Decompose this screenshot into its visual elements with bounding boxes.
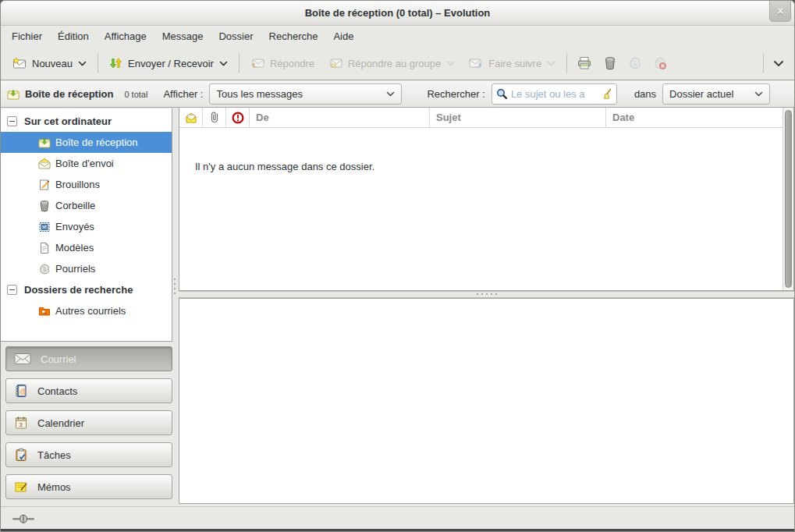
empty-folder-message: Il n'y a aucun message dans ce dossier. [195, 161, 793, 172]
chevron-down-icon [754, 91, 763, 97]
send-receive-button[interactable]: Envoyer / Recevoir [102, 52, 235, 74]
column-status[interactable] [179, 108, 203, 127]
toolbar-separator [98, 53, 98, 73]
message-list: De Sujet Date Il n'y a aucun message dan… [179, 108, 794, 291]
close-button[interactable]: × [769, 1, 791, 22]
print-icon [577, 56, 592, 70]
preview-pane [179, 298, 794, 504]
column-subject[interactable]: Sujet [430, 108, 606, 127]
sidebar-item-templates[interactable]: Modèles [1, 237, 172, 258]
new-button-label: Nouveau [32, 58, 73, 69]
evolution-window: Boîte de réception (0 total) – Evolution… [0, 0, 795, 532]
menu-dossier[interactable]: Dossier [211, 27, 261, 46]
menu-message[interactable]: Message [154, 27, 211, 46]
switcher-calendar-button[interactable]: 3 Calendrier [5, 410, 172, 435]
sidebar-item-other-mail[interactable]: Autres courriels [1, 300, 172, 321]
show-filter-value: Tous les messages [216, 88, 303, 100]
menu-fichier[interactable]: Fichier [4, 27, 50, 46]
sidebar-item-label: Pourriels [55, 263, 95, 275]
switcher-button-label: Tâches [37, 449, 71, 461]
switcher-contacts-button[interactable]: @ Contacts [5, 378, 172, 403]
sidebar-item-label: Envoyés [55, 221, 94, 232]
inbox-icon [7, 88, 20, 101]
chevron-down-icon [547, 61, 555, 66]
sidebar-item-outbox[interactable]: Boîte d'envoi [1, 153, 172, 174]
mail-icon [14, 353, 31, 365]
sidebar-item-drafts[interactable]: Brouillons [1, 174, 172, 195]
toolbar-overflow-button[interactable] [768, 55, 790, 72]
current-folder-label: Boîte de réception [25, 88, 113, 100]
menu-recherche[interactable]: Recherche [261, 27, 326, 46]
sidebar-item-inbox[interactable]: Boîte de réception [1, 132, 172, 153]
calendar-icon: 3 [14, 416, 28, 430]
svg-text:3: 3 [19, 421, 23, 428]
switcher-button-label: Contacts [37, 385, 77, 397]
new-mail-icon [12, 57, 27, 69]
column-priority[interactable] [226, 108, 250, 127]
message-list-scrollbar[interactable] [783, 108, 793, 290]
sidebar-item-sent[interactable]: Envoyés [1, 216, 172, 237]
search-input[interactable] [511, 88, 601, 100]
sidebar-item-junk[interactable]: Pourriels [1, 258, 172, 279]
menu-affichage[interactable]: Affichage [97, 27, 154, 46]
folder-bar: Boîte de réception 0 total Afficher : To… [1, 81, 794, 108]
open-mail-icon [185, 112, 197, 123]
preview-splitter[interactable] [179, 291, 794, 298]
not-junk-button [648, 51, 673, 75]
print-button[interactable] [571, 51, 598, 75]
folder-tree: Sur cet ordinateur Boîte de réception Bo… [1, 108, 172, 342]
search-box [492, 83, 617, 105]
menu-aide[interactable]: Aide [325, 27, 361, 46]
delete-button[interactable] [598, 51, 623, 75]
window-title: Boîte de réception (0 total) – Evolution [1, 7, 794, 19]
tree-group-search-folders[interactable]: Dossiers de recherche [1, 279, 172, 300]
chevron-down-icon [446, 61, 455, 66]
column-attachment[interactable] [203, 108, 226, 127]
tree-group-on-this-computer[interactable]: Sur cet ordinateur [1, 111, 172, 132]
junk-icon [628, 56, 642, 70]
show-filter-dropdown[interactable]: Tous les messages [209, 83, 402, 105]
forward-icon [469, 57, 483, 69]
clear-search-icon[interactable] [601, 88, 612, 100]
send-receive-icon [109, 57, 122, 69]
sidebar-item-label: Autres courriels [55, 305, 126, 317]
forward-button: Faire suivre [462, 52, 563, 74]
online-status-icon[interactable] [12, 512, 35, 525]
sidebar-item-label: Boîte de réception [55, 137, 138, 148]
switcher-button-label: Mémos [37, 481, 71, 493]
search-scope-value: Dossier actuel [669, 88, 733, 100]
switcher-mail-button[interactable]: Courriel [5, 346, 172, 371]
paperclip-icon [210, 111, 219, 124]
trash-icon [603, 56, 617, 70]
new-button[interactable]: Nouveau [5, 52, 94, 74]
sidebar-item-label: Brouillons [55, 179, 100, 190]
contacts-icon: @ [14, 384, 28, 398]
sidebar-splitter[interactable] [172, 108, 179, 506]
message-list-header: De Sujet Date [179, 108, 793, 128]
priority-icon [232, 112, 244, 124]
sent-icon [38, 221, 51, 233]
search-scope-dropdown[interactable]: Dossier actuel [662, 83, 770, 105]
switcher-memos-button[interactable]: Mémos [5, 474, 172, 499]
column-label: Sujet [436, 112, 461, 123]
column-date[interactable]: Date [606, 108, 773, 127]
column-from[interactable]: De [250, 108, 430, 127]
in-label: dans [634, 88, 656, 100]
sidebar-item-trash[interactable]: Corbeille [1, 195, 172, 216]
reply-group-button: Répondre au groupe [321, 52, 462, 74]
chevron-down-icon [78, 61, 87, 66]
junk-icon [38, 263, 51, 275]
scrollbar-thumb[interactable] [785, 110, 792, 288]
menu-edition[interactable]: Édition [50, 27, 97, 46]
window-bottom-edge [1, 529, 794, 531]
sidebar-item-label: Modèles [55, 242, 94, 254]
expander-icon[interactable] [7, 285, 17, 295]
column-label: Date [612, 112, 634, 123]
drafts-icon [38, 179, 51, 191]
chevron-down-icon [773, 60, 784, 67]
junk-button [623, 51, 648, 75]
outbox-icon [38, 158, 51, 170]
show-label: Afficher : [163, 88, 203, 100]
switcher-tasks-button[interactable]: Tâches [5, 442, 172, 467]
expander-icon[interactable] [7, 116, 17, 126]
